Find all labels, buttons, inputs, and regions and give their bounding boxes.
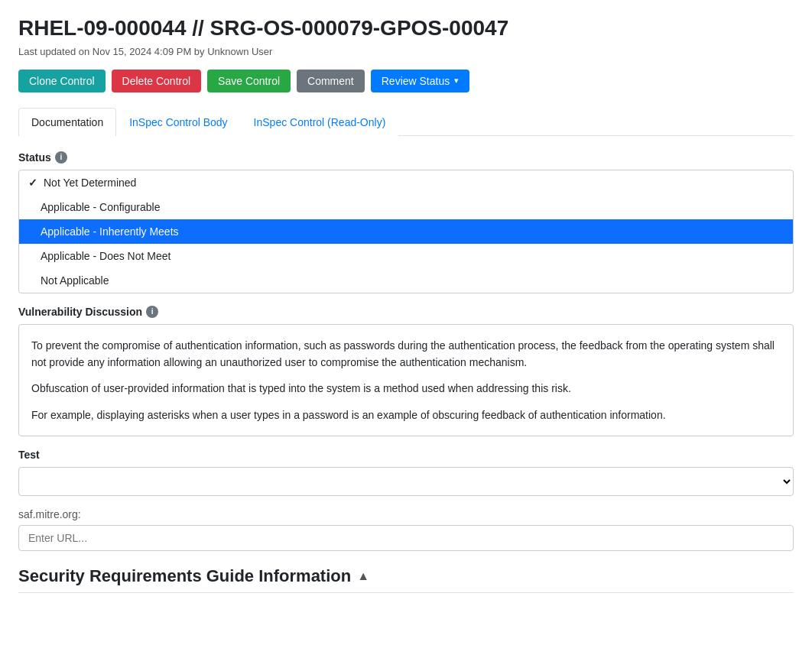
tab-inspec-readonly[interactable]: InSpec Control (Read-Only) <box>241 108 399 136</box>
vuln-paragraph-3: For example, displaying asterisks when a… <box>31 407 781 423</box>
status-option-applicable-does-not-meet[interactable]: Applicable - Does Not Meet <box>19 244 793 268</box>
status-options-list: Not Yet Determined Applicable - Configur… <box>19 170 793 293</box>
tab-documentation[interactable]: Documentation <box>18 108 116 136</box>
status-dropdown[interactable]: Not Yet Determined Applicable - Configur… <box>18 170 794 293</box>
clone-control-button[interactable]: Clone Control <box>18 70 106 92</box>
status-section-label: Status i <box>18 151 794 164</box>
saf-url-input[interactable] <box>18 525 794 551</box>
tabs-bar: Documentation InSpec Control Body InSpec… <box>18 108 794 136</box>
saf-label: saf.mitre.org: <box>18 508 794 520</box>
test-select[interactable] <box>18 467 794 496</box>
review-status-button[interactable]: Review Status ▾ <box>371 70 469 92</box>
section-divider <box>18 592 794 593</box>
security-requirements-collapse-icon[interactable]: ▲ <box>357 569 369 583</box>
page-title: RHEL-09-000044 // SRG-OS-000079-GPOS-000… <box>18 15 794 41</box>
toolbar: Clone Control Delete Control Save Contro… <box>18 70 794 92</box>
test-section-label: Test <box>18 449 794 461</box>
review-status-label: Review Status <box>382 75 450 87</box>
vulnerability-discussion-info-icon[interactable]: i <box>146 306 158 318</box>
status-option-applicable-inherently-meets[interactable]: Applicable - Inherently Meets <box>19 219 793 244</box>
status-option-not-applicable[interactable]: Not Applicable <box>19 268 793 293</box>
last-updated-text: Last updated on Nov 15, 2024 4:09 PM by … <box>18 46 794 57</box>
delete-control-button[interactable]: Delete Control <box>112 70 202 92</box>
review-status-caret-icon: ▾ <box>454 76 459 86</box>
status-option-not-yet-determined[interactable]: Not Yet Determined <box>19 170 793 195</box>
status-option-applicable-configurable[interactable]: Applicable - Configurable <box>19 195 793 219</box>
security-requirements-heading: Security Requirements Guide Information … <box>18 566 794 586</box>
save-control-button[interactable]: Save Control <box>207 70 291 92</box>
vuln-paragraph-1: To prevent the compromise of authenticat… <box>31 337 781 371</box>
vuln-paragraph-2: Obfuscation of user-provided information… <box>31 380 781 397</box>
status-info-icon[interactable]: i <box>55 151 67 164</box>
vulnerability-discussion-box: To prevent the compromise of authenticat… <box>18 324 794 437</box>
comment-button[interactable]: Comment <box>297 70 365 92</box>
tab-inspec-body[interactable]: InSpec Control Body <box>116 108 240 136</box>
vulnerability-discussion-label: Vulnerability Discussion i <box>18 306 794 318</box>
